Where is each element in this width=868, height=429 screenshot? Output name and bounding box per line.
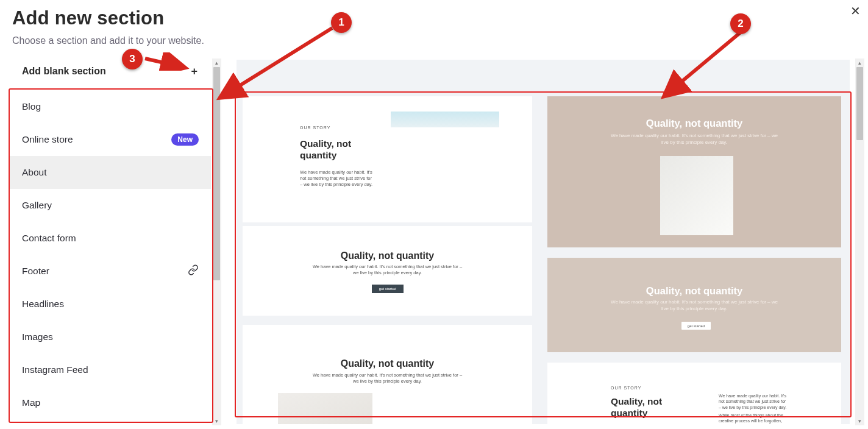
sidebar-item-about[interactable]: About [10,156,211,189]
section-template[interactable]: OUR STORY Quality, not quantity We have … [243,96,532,222]
close-icon[interactable]: ✕ [850,5,861,17]
sidebar-item-blog[interactable]: Blog [10,90,211,123]
sidebar-item-headlines[interactable]: Headlines [10,288,211,321]
template-heading: Quality, not quantity [243,358,532,369]
annotation-callout-2: 2 [730,13,751,34]
section-template[interactable]: Quality, not quantity We have made quali… [243,325,532,424]
template-cta-button: get started [681,322,711,330]
sidebar-item-label: About [22,167,47,178]
template-image-placeholder [660,156,733,235]
template-heading: Quality, not quantity [243,250,532,261]
template-heading: Quality, not quantity [547,118,841,129]
section-template[interactable]: Quality, not quantity We have made quali… [547,258,841,352]
sidebar-item-images[interactable]: Images [10,321,211,353]
sidebar-item-contact-form[interactable]: Contact form [10,222,211,255]
sidebar-item-label: Map [22,397,40,408]
template-kicker: OUR STORY [300,126,330,130]
template-body: We have made quality our habit. It's not… [243,372,532,385]
sidebar-item-label: Instagram Feed [22,364,88,375]
sidebar-item-gallery[interactable]: Gallery [10,189,211,222]
sidebar-item-label: Images [22,332,53,342]
template-image-placeholder [278,393,372,424]
page-title: Add new section [12,7,164,29]
section-template[interactable]: OUR STORY Quality, not quantity We have … [547,363,841,424]
annotation-callout-3: 3 [122,49,143,69]
sidebar-item-online-store[interactable]: Online store New [10,123,211,156]
preview-scrollbar[interactable]: ▴ ▾ [855,58,864,425]
new-badge: New [171,133,199,146]
template-heading: Quality, not quantity [611,395,684,419]
template-body: We have made quality our habit. It's not… [243,264,532,276]
template-kicker: OUR STORY [611,386,641,390]
section-template[interactable]: Quality, not quantity We have made quali… [243,226,532,316]
add-blank-section[interactable]: Add blank section + [12,61,207,82]
sidebar-item-footer[interactable]: Footer [10,255,211,288]
sidebar-item-label: Gallery [22,200,52,211]
sidebar-item-instagram-feed[interactable]: Instagram Feed [10,353,211,386]
template-heading: Quality, not quantity [300,138,373,161]
sidebar-item-label: Online store [22,134,73,145]
section-preview-pane: OUR STORY Quality, not quantity We have … [237,60,850,424]
sidebar-item-map[interactable]: Map [10,386,211,419]
add-blank-section-label: Add blank section [22,66,106,77]
template-cta-button: get started [372,285,404,293]
sidebar-item-label: Contact form [22,233,76,244]
section-template[interactable]: Quality, not quantity We have made quali… [547,96,841,247]
page-subtitle: Choose a section and add it to your webs… [12,35,204,46]
plus-icon: + [191,65,197,78]
annotation-callout-1: 1 [331,12,352,33]
template-heading: Quality, not quantity [547,285,841,297]
template-image-placeholder [391,112,499,127]
link-icon [188,264,199,278]
sidebar-item-label: Blog [22,101,41,112]
sidebar-item-label: Headlines [22,299,64,310]
sidebar-item-label: Footer [22,266,49,277]
sidebar-scrollbar[interactable]: ▴ ▾ [212,58,221,425]
template-body: We have made quality our habit. It's not… [547,299,841,313]
template-body-extra: While most of the things about the creat… [719,413,789,424]
template-body: We have made quality our habit. It's not… [300,169,373,188]
template-body: We have made quality our habit. It's not… [547,133,841,146]
section-category-list: Blog Online store New About Gallery Cont… [10,90,211,419]
template-body: We have made quality our habit. It's not… [719,393,789,410]
